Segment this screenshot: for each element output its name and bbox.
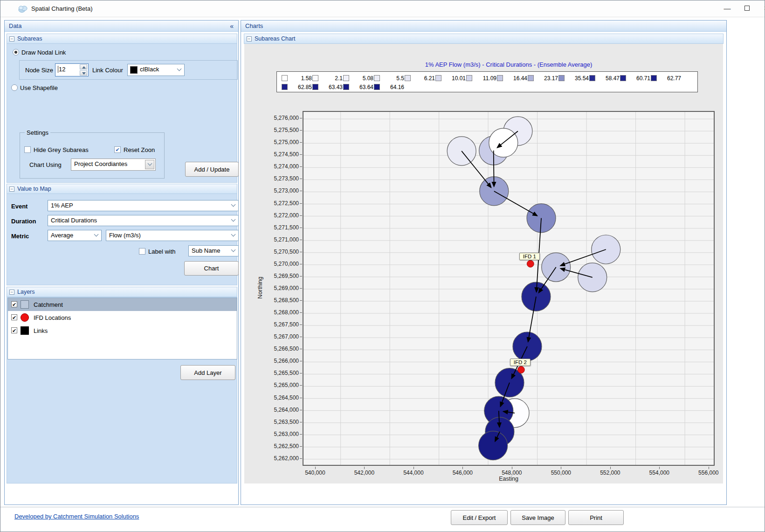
hide-grey-subareas-label: Hide Grey Subareas (34, 146, 89, 153)
subareas-group-title: Subareas (17, 35, 42, 42)
collapse-subareas-icon[interactable]: − (9, 36, 14, 41)
app-cloud-icon (17, 3, 28, 14)
reset-zoom-checkbox[interactable] (114, 146, 121, 153)
chevron-down-icon (231, 217, 236, 222)
subareas-group-body: Draw Nodal Link Node Size 12 Link Colour… (7, 44, 237, 183)
chevron-down-icon (231, 202, 236, 207)
data-panel-title: Data (9, 22, 21, 29)
collapse-subareas-chart-icon[interactable]: − (247, 36, 252, 41)
maximize-icon[interactable] (738, 0, 756, 16)
value-to-map-group-title: Value to Map (17, 186, 51, 192)
add-update-button[interactable]: Add / Update (185, 162, 239, 177)
use-shapefile-label: Use Shapefile (20, 84, 58, 91)
developer-link[interactable]: Developed by Catchment Simulation Soluti… (14, 513, 139, 520)
chart-using-select[interactable]: Project Coordiantes (71, 159, 156, 171)
chart-using-label: Chart Using (29, 161, 62, 168)
node-size-increment-icon[interactable] (80, 64, 87, 69)
edit-export-button[interactable]: Edit / Export (451, 510, 508, 525)
node-size-stepper[interactable]: 12 (55, 63, 89, 76)
chart-background (244, 44, 723, 484)
add-layer-button[interactable]: Add Layer (180, 365, 235, 380)
layer-swatch-circle (21, 313, 29, 322)
layers-group-header[interactable]: − Layers (7, 287, 237, 297)
chevron-down-icon (231, 248, 236, 252)
charts-panel-title: Charts (245, 22, 263, 29)
charts-panel: Charts − Subareas Chart (241, 20, 727, 505)
layer-label: Catchment (34, 301, 63, 308)
footer-bar: Developed by Catchment Simulation Soluti… (0, 507, 765, 530)
collapse-value-to-map-icon[interactable]: − (9, 187, 14, 192)
value-to-map-group-body: Event 1% AEP Duration Critical Durations… (7, 194, 237, 285)
print-button[interactable]: Print (568, 510, 624, 525)
chart-button[interactable]: Chart (184, 261, 239, 276)
node-size-decrement-icon[interactable] (80, 70, 87, 76)
duration-label: Duration (11, 218, 36, 225)
chevron-down-icon (231, 232, 236, 237)
chart-using-value: Project Coordiantes (74, 160, 127, 167)
metric-stat-value: Average (51, 232, 73, 239)
close-icon[interactable]: × (758, 0, 765, 16)
layers-group-title: Layers (17, 289, 35, 295)
node-size-value[interactable]: 12 (58, 66, 65, 73)
link-colour-value: clBlack (140, 66, 159, 73)
chevron-down-icon (177, 67, 182, 71)
layer-visibility-checkbox[interactable] (11, 327, 17, 333)
label-with-select[interactable]: Sub Name (188, 245, 239, 256)
layer-row-links[interactable]: Links (8, 324, 237, 337)
layer-swatch-square (21, 326, 29, 335)
layers-group-body: CatchmentIFD LocationsLinks Add Layer (7, 297, 237, 484)
use-shapefile-radio[interactable] (11, 84, 18, 91)
reset-zoom-label: Reset Zoon (124, 146, 155, 153)
draw-nodal-link-radio[interactable] (13, 49, 19, 55)
titlebar: Spatial Charting (Beta) — × (0, 0, 765, 17)
hide-grey-subareas-checkbox[interactable] (24, 146, 31, 153)
layer-visibility-checkbox[interactable] (11, 314, 17, 320)
collapse-panel-icon[interactable]: « (230, 21, 234, 32)
metric-stat-select[interactable]: Average (48, 230, 102, 241)
event-label: Event (11, 203, 28, 210)
subareas-group-header[interactable]: − Subareas (7, 34, 237, 44)
data-panel-header: Data « (5, 21, 238, 32)
link-colour-swatch (130, 66, 138, 74)
collapse-layers-icon[interactable]: − (9, 290, 14, 295)
layer-label: Links (34, 327, 48, 334)
charts-panel-header: Charts (241, 21, 726, 32)
settings-legend: Settings (25, 129, 50, 136)
duration-select[interactable]: Critical Durations (48, 215, 239, 226)
app-title: Spatial Charting (Beta) (31, 5, 93, 12)
chevron-down-icon (94, 232, 99, 237)
subareas-chart-group-header[interactable]: − Subareas Chart (244, 34, 724, 44)
nodal-link-settings-box: Node Size 12 Link Colour clBlack (19, 60, 238, 80)
chevron-down-icon (148, 161, 152, 166)
app-window: Spatial Charting (Beta) — × Data « − Sub… (0, 0, 765, 532)
layer-swatch-square (21, 300, 29, 309)
node-size-label: Node Size (25, 67, 53, 74)
layer-row-catchment[interactable]: Catchment (8, 298, 237, 311)
settings-groupbox (20, 132, 165, 179)
metric-type-value: Flow (m3/s) (109, 232, 141, 239)
event-select[interactable]: 1% AEP (48, 200, 239, 211)
metric-label: Metric (11, 233, 29, 240)
chart-using-dropdown-button[interactable] (145, 160, 154, 169)
save-image-button[interactable]: Save Image (510, 510, 565, 525)
label-with-label: Label with (148, 248, 176, 255)
data-panel: Data « − Subareas Draw Nodal Link Node S… (4, 20, 239, 505)
link-colour-label: Link Colour (92, 67, 123, 74)
layer-row-ifd-locations[interactable]: IFD Locations (8, 311, 237, 324)
metric-type-select[interactable]: Flow (m3/s) (106, 230, 239, 241)
layer-list: CatchmentIFD LocationsLinks (7, 297, 237, 359)
duration-value: Critical Durations (51, 217, 97, 224)
value-to-map-group-header[interactable]: − Value to Map (7, 184, 237, 194)
link-colour-select[interactable]: clBlack (127, 64, 185, 76)
subareas-chart-group-title: Subareas Chart (255, 35, 296, 42)
event-value: 1% AEP (51, 202, 73, 209)
draw-nodal-link-label: Draw Nodal Link (21, 49, 66, 56)
label-with-value: Sub Name (192, 247, 220, 254)
minimize-icon[interactable]: — (718, 0, 736, 16)
layer-visibility-checkbox[interactable] (11, 301, 17, 307)
label-with-checkbox[interactable] (139, 248, 145, 255)
layer-label: IFD Locations (34, 314, 71, 321)
